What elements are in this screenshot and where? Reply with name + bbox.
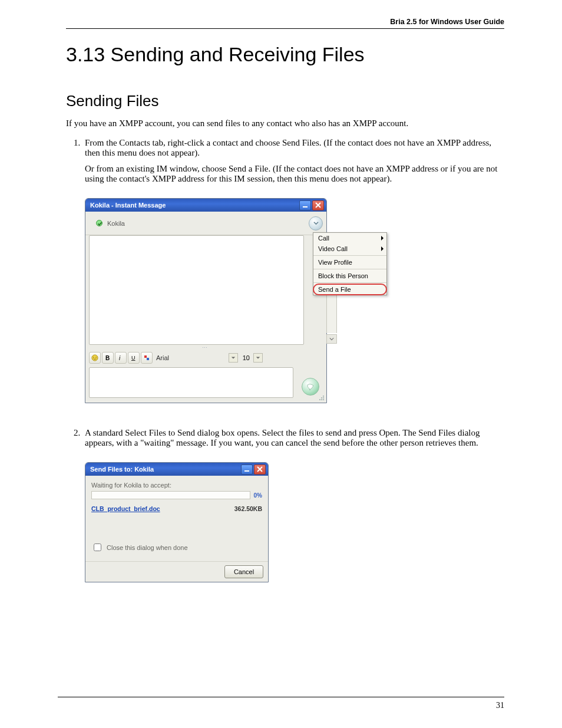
svg-text:i: i xyxy=(119,355,121,361)
svg-point-1 xyxy=(92,355,98,361)
split-gripper[interactable]: ⋯ xyxy=(85,345,326,351)
svg-point-3 xyxy=(95,357,97,358)
svg-rect-8 xyxy=(147,358,149,360)
menu-item-block[interactable]: Block this Person xyxy=(313,271,386,281)
minimize-button[interactable] xyxy=(299,200,311,210)
scroll-down-button[interactable] xyxy=(326,334,337,344)
step-2: A standard Select Files to Send dialog b… xyxy=(82,428,504,582)
svg-text:B: B xyxy=(105,355,110,361)
font-name-dropdown[interactable] xyxy=(229,353,238,363)
contact-actions-button[interactable] xyxy=(309,216,323,230)
close-button[interactable] xyxy=(254,465,266,475)
font-size-dropdown[interactable] xyxy=(253,353,263,363)
step-1-text-a: From the Contacts tab, right-click a con… xyxy=(85,138,491,157)
figure-im-window: Kokila - Instant Message xyxy=(85,198,504,403)
menu-separator xyxy=(313,282,386,283)
send-files-dialog: Send Files to: Kokila Waiting for Kokila… xyxy=(85,462,269,582)
minimize-button[interactable] xyxy=(241,465,253,475)
heading-section: 3.13 Sending and Receiving Files xyxy=(66,43,504,66)
titlebar[interactable]: Send Files to: Kokila xyxy=(85,463,268,476)
message-history xyxy=(89,235,304,345)
waiting-label: Waiting for Kokila to accept: xyxy=(91,482,262,489)
svg-point-2 xyxy=(93,357,94,358)
contact-name: Kokila xyxy=(107,220,125,227)
progress-bar xyxy=(91,491,250,499)
menu-item-send-file[interactable]: Send a File xyxy=(313,284,386,295)
running-header: Bria 2.5 for Windows User Guide xyxy=(66,18,504,29)
titlebar[interactable]: Kokila - Instant Message xyxy=(85,199,326,212)
contact-context-menu: Call Video Call View Profile xyxy=(313,232,387,295)
svg-rect-0 xyxy=(303,206,308,207)
file-size: 362.50KB xyxy=(234,505,262,512)
cancel-button[interactable]: Cancel xyxy=(224,565,263,578)
file-link[interactable]: CLB_product_brief.doc xyxy=(91,505,160,512)
contact-bar: Kokila xyxy=(85,212,326,235)
chevron-right-icon xyxy=(381,235,384,242)
close-when-done-checkbox[interactable] xyxy=(94,543,101,551)
svg-point-9 xyxy=(323,396,324,397)
svg-point-11 xyxy=(323,397,324,398)
format-toolbar: B i U Arial xyxy=(89,351,323,365)
svg-point-14 xyxy=(323,399,324,400)
menu-separator xyxy=(313,269,386,269)
close-when-done-label: Close this dialog when done xyxy=(107,544,188,551)
font-color-button[interactable] xyxy=(141,352,153,364)
menu-item-view-profile[interactable]: View Profile xyxy=(313,257,386,268)
page-footer: 31 xyxy=(58,697,504,710)
send-button[interactable] xyxy=(302,378,319,396)
progress-percent: 0% xyxy=(254,492,262,499)
page-number: 31 xyxy=(496,701,504,710)
svg-point-10 xyxy=(321,397,322,398)
dialog-title: Send Files to: Kokila xyxy=(90,466,154,473)
heading-subsection: Sending Files xyxy=(66,92,504,110)
resize-grip-icon[interactable] xyxy=(318,394,325,401)
step-1: From the Contacts tab, right-click a con… xyxy=(82,138,504,403)
svg-point-13 xyxy=(321,399,322,400)
italic-button[interactable]: i xyxy=(115,352,127,364)
presence-online-icon xyxy=(96,220,103,226)
svg-rect-7 xyxy=(144,355,147,358)
im-window: Kokila - Instant Message xyxy=(85,198,327,403)
window-title: Kokila - Instant Message xyxy=(90,202,166,209)
svg-text:U: U xyxy=(131,355,135,361)
svg-point-12 xyxy=(319,399,320,400)
font-name-label: Arial xyxy=(156,354,169,361)
bold-button[interactable]: B xyxy=(102,352,114,364)
font-size-label: 10 xyxy=(243,354,250,361)
step-1-text-b: Or from an existing IM window, choose Se… xyxy=(85,164,504,184)
chevron-right-icon xyxy=(381,245,384,252)
menu-item-call[interactable]: Call xyxy=(313,233,386,243)
menu-item-video-call[interactable]: Video Call xyxy=(313,243,386,254)
emoji-button[interactable] xyxy=(89,352,101,364)
compose-input[interactable] xyxy=(89,367,293,398)
close-button[interactable] xyxy=(312,200,324,210)
intro-paragraph: If you have an XMPP account, you can sen… xyxy=(66,118,504,129)
underline-button[interactable]: U xyxy=(128,352,140,364)
menu-separator xyxy=(313,255,386,256)
svg-rect-15 xyxy=(244,470,249,472)
step-2-text: A standard Select Files to Send dialog b… xyxy=(85,428,480,447)
